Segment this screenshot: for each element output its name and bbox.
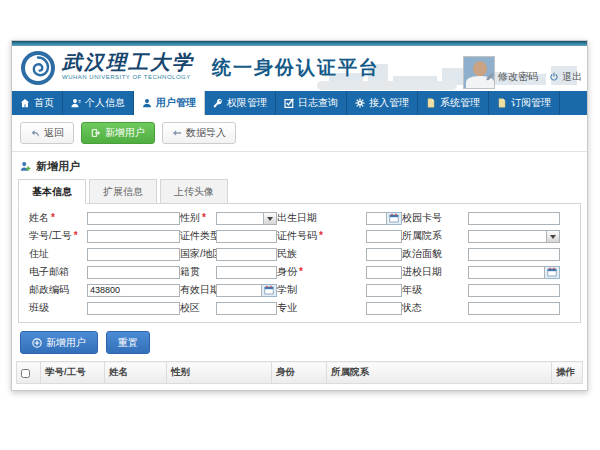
gender-select-value[interactable]	[216, 212, 264, 225]
data-import-button[interactable]: 数据导入	[162, 122, 236, 144]
required-asterisk: *	[299, 266, 303, 277]
home-icon	[20, 98, 30, 108]
label-text: 邮政编码	[29, 284, 69, 295]
doc-icon	[497, 98, 507, 108]
valid-date-input[interactable]	[216, 284, 262, 297]
status-input[interactable]	[468, 302, 560, 315]
reset-label: 重置	[118, 337, 138, 348]
major-input[interactable]	[366, 302, 402, 315]
label-text: 民族	[277, 248, 297, 259]
tab-basic-info[interactable]: 基本信息	[18, 179, 86, 204]
gender-select[interactable]	[216, 212, 277, 225]
id-type-input[interactable]	[216, 230, 277, 243]
student-id-input[interactable]	[87, 230, 180, 243]
department-select-value[interactable]	[468, 230, 547, 243]
col-gender: 性别	[167, 362, 272, 384]
tab-extended-info[interactable]: 扩展信息	[89, 179, 157, 204]
required-asterisk: *	[51, 212, 55, 223]
nav-label: 订阅管理	[511, 96, 551, 110]
cloud-decoration	[317, 81, 457, 90]
label-text: 校区	[180, 302, 200, 313]
logout-link[interactable]: 退出	[549, 70, 582, 84]
nav-item-home[interactable]: 首页	[12, 91, 63, 115]
add-user-toolbar-button[interactable]: 新增用户	[81, 122, 155, 144]
tab-upload-avatar[interactable]: 上传头像	[160, 179, 228, 204]
field-label: 政治面貌	[402, 247, 468, 261]
add-user-toolbar-label: 新增用户	[105, 127, 145, 139]
change-password-link[interactable]: 修改密码	[485, 70, 538, 84]
birth-date-input[interactable]	[366, 212, 387, 225]
user-list-table: 学号/工号 姓名 性别 身份 所属院系 操作	[16, 361, 583, 384]
field-label: 状态	[402, 301, 468, 315]
campus-input[interactable]	[216, 302, 277, 315]
nav-item-user-management[interactable]: 用户管理	[134, 91, 205, 115]
education-system-input[interactable]	[366, 284, 402, 297]
nav-item-access-management[interactable]: 接入管理	[347, 91, 418, 115]
label-text: 政治面貌	[402, 248, 442, 259]
nav-item-subscription-management[interactable]: 订阅管理	[489, 91, 560, 115]
field-label: 出生日期	[277, 211, 366, 225]
label-text: 籍贯	[180, 266, 200, 277]
col-department: 所属院系	[327, 362, 552, 384]
address-input[interactable]	[87, 248, 180, 261]
power-icon	[549, 72, 559, 82]
identity-input[interactable]	[366, 266, 402, 279]
label-text: 所属院系	[402, 230, 442, 241]
col-identity: 身份	[272, 362, 327, 384]
field-label: 学制	[277, 283, 366, 297]
department-select[interactable]	[468, 230, 560, 243]
submit-label: 新增用户	[46, 337, 86, 348]
grade-input[interactable]	[468, 284, 560, 297]
nav-item-permission-management[interactable]: 权限管理	[205, 91, 276, 115]
id-number-input[interactable]	[366, 230, 402, 243]
email-input[interactable]	[87, 266, 180, 279]
field-label: 校园卡号	[402, 211, 468, 225]
label-text: 身份	[277, 266, 297, 277]
select-all-checkbox[interactable]	[21, 369, 30, 378]
label-text: 校园卡号	[402, 212, 442, 223]
nav-label: 权限管理	[227, 96, 267, 110]
entry-date-calendar-button[interactable]	[545, 266, 560, 279]
nav-item-personal-info[interactable]: 个人信息	[63, 91, 134, 115]
birth-date-calendar-button[interactable]	[387, 212, 402, 225]
user-icon	[71, 98, 81, 108]
field-label: 所属院系	[402, 229, 468, 243]
political-status-input[interactable]	[468, 248, 560, 261]
label-text: 证件号码	[277, 230, 317, 241]
field-label: 姓名*	[29, 211, 87, 225]
back-label: 返回	[44, 127, 64, 139]
entry-date-input[interactable]	[468, 266, 545, 279]
label-text: 电子邮箱	[29, 266, 69, 277]
calendar-icon	[389, 213, 399, 223]
log-check-icon	[284, 98, 294, 108]
section-header: 新增用户	[12, 152, 587, 177]
reset-button[interactable]: 重置	[106, 331, 150, 354]
postal-code-input[interactable]	[87, 284, 180, 297]
users-icon	[142, 98, 152, 108]
native-place-input[interactable]	[216, 266, 277, 279]
nav-item-log-query[interactable]: 日志查询	[276, 91, 347, 115]
label-text: 学号/工号	[29, 230, 72, 241]
plus-circle-icon	[32, 338, 42, 348]
class-input[interactable]	[87, 302, 180, 315]
logout-label: 退出	[562, 70, 582, 84]
select-all-cell	[17, 362, 41, 384]
field-label: 班级	[29, 301, 87, 315]
chevron-down-icon[interactable]	[264, 212, 277, 225]
submit-add-user-button[interactable]: 新增用户	[20, 331, 98, 354]
name-input[interactable]	[87, 212, 180, 225]
nav-item-system-management[interactable]: 系统管理	[418, 91, 489, 115]
campus-card-input[interactable]	[468, 212, 560, 225]
field-label: 电子邮箱	[29, 265, 87, 279]
valid-date-calendar-button[interactable]	[262, 284, 277, 297]
country-region-input[interactable]	[216, 248, 277, 261]
label-text: 学制	[277, 284, 297, 295]
label-text: 专业	[277, 302, 297, 313]
ethnicity-input[interactable]	[366, 248, 402, 261]
chevron-down-icon[interactable]	[547, 230, 560, 243]
doc-icon	[426, 98, 436, 108]
main-nav: 首页 个人信息 用户管理 权限管理 日志查询 接入管理 系统管理 订阅管理	[12, 91, 587, 115]
back-button[interactable]: 返回	[20, 122, 74, 144]
tab-bar: 基本信息 扩展信息 上传头像	[18, 179, 587, 203]
field-label: 学号/工号*	[29, 229, 87, 243]
